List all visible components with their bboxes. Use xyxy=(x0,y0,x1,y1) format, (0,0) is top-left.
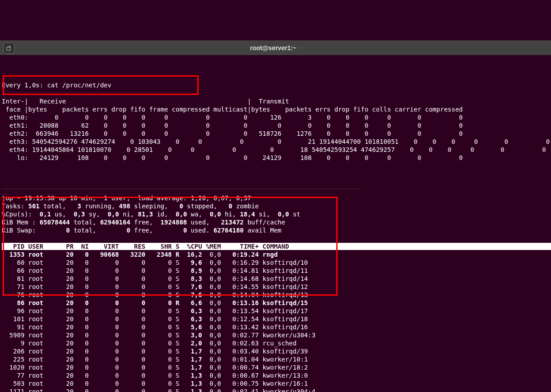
top-process-rows: 1353 root 20 0 90668 3220 2348 R 16,2 0,… xyxy=(2,251,316,392)
new-tab-button[interactable] xyxy=(4,43,14,53)
top-cpu-line: %Cpu(s): 0,1 us, 0,3 sy, 0,0 ni, 81,3 id… xyxy=(2,211,300,218)
window-titlebar: root@server1:~ xyxy=(0,40,551,55)
new-tab-icon xyxy=(6,45,12,51)
svg-rect-0 xyxy=(7,47,10,50)
watch-header: Every 1,0s: cat /proc/net/dev xyxy=(2,82,111,89)
window-title: root@server1:~ xyxy=(17,44,529,52)
top-swap-line: KiB Swap: 0 total, 0 free, 0 used. 62764… xyxy=(2,227,285,234)
netdev-header-2: face |bytes packets errs drop fifo frame… xyxy=(2,106,463,113)
top-header: PID USER PR NI VIRT RES SHR S %CPU %MEM … xyxy=(2,243,551,250)
top-uptime-line: top - 19:15:38 up 10 min, 1 user, load a… xyxy=(2,194,251,202)
pane-divider xyxy=(2,189,360,189)
top-tasks-line: Tasks: 501 total, 3 running, 498 sleepin… xyxy=(2,202,259,210)
terminal-content[interactable]: Every 1,0s: cat /proc/net/dev Inter-| Re… xyxy=(0,71,551,392)
netdev-header-1: Inter-| Receive | Transmit xyxy=(2,98,289,105)
netdev-rows: eth0: 0 0 0 0 0 0 0 0 126 3 0 0 0 0 0 0 … xyxy=(2,114,550,161)
top-mem-line: KiB Mem : 65078444 total, 62940164 free,… xyxy=(2,219,285,226)
